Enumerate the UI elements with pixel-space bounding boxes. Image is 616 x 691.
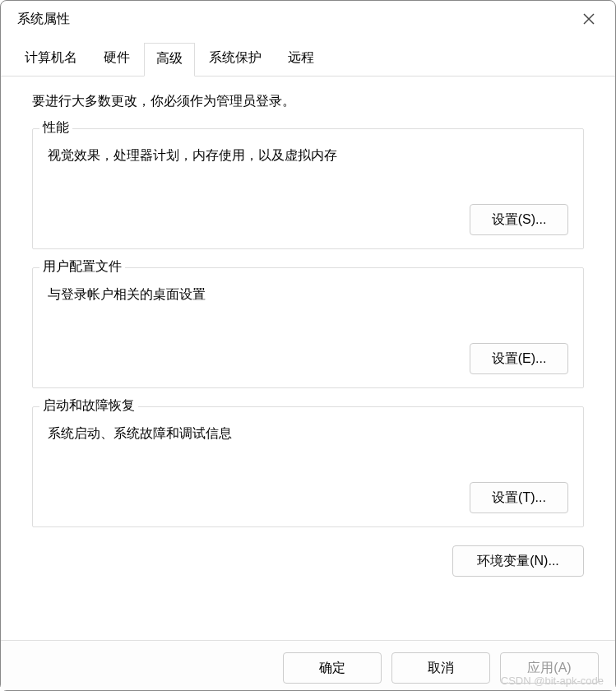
tab-computer-name[interactable]: 计算机名 [12, 42, 90, 76]
env-button-row: 环境变量(N)... [32, 545, 584, 577]
tab-hardware[interactable]: 硬件 [91, 42, 142, 76]
tab-system-protection[interactable]: 系统保护 [197, 42, 274, 76]
startup-title: 启动和故障恢复 [39, 397, 138, 415]
tab-remote[interactable]: 远程 [276, 42, 327, 76]
startup-settings-button[interactable]: 设置(T)... [470, 482, 568, 513]
tab-content-advanced: 要进行大多数更改，你必须作为管理员登录。 性能 视觉效果，处理器计划，内存使用，… [1, 77, 615, 640]
tab-advanced[interactable]: 高级 [144, 43, 195, 77]
environment-variables-button[interactable]: 环境变量(N)... [452, 545, 584, 577]
performance-button-row: 设置(S)... [48, 204, 568, 235]
cancel-button[interactable]: 取消 [391, 652, 490, 684]
startup-group: 启动和故障恢复 系统启动、系统故障和调试信息 设置(T)... [32, 406, 584, 527]
admin-notice: 要进行大多数更改，你必须作为管理员登录。 [32, 93, 584, 110]
close-icon [583, 13, 595, 25]
performance-group: 性能 视觉效果，处理器计划，内存使用，以及虚拟内存 设置(S)... [32, 128, 584, 249]
titlebar: 系统属性 [1, 1, 615, 37]
startup-button-row: 设置(T)... [48, 482, 568, 513]
apply-button[interactable]: 应用(A) [500, 652, 599, 684]
userprofiles-title: 用户配置文件 [39, 258, 125, 276]
performance-settings-button[interactable]: 设置(S)... [470, 204, 568, 235]
tabs-bar: 计算机名 硬件 高级 系统保护 远程 [1, 42, 615, 77]
ok-button[interactable]: 确定 [283, 652, 382, 684]
userprofiles-settings-button[interactable]: 设置(E)... [470, 343, 568, 374]
performance-title: 性能 [39, 119, 72, 137]
system-properties-window: 系统属性 计算机名 硬件 高级 系统保护 远程 要进行大多数更改，你必须作为管理… [0, 0, 616, 691]
userprofiles-desc: 与登录帐户相关的桌面设置 [48, 286, 568, 304]
window-title: 系统属性 [17, 11, 70, 28]
close-button[interactable] [576, 6, 602, 32]
dialog-footer: 确定 取消 应用(A) [1, 640, 615, 690]
performance-desc: 视觉效果，处理器计划，内存使用，以及虚拟内存 [48, 147, 568, 165]
startup-desc: 系统启动、系统故障和调试信息 [48, 425, 568, 443]
userprofiles-group: 用户配置文件 与登录帐户相关的桌面设置 设置(E)... [32, 267, 584, 388]
userprofiles-button-row: 设置(E)... [48, 343, 568, 374]
